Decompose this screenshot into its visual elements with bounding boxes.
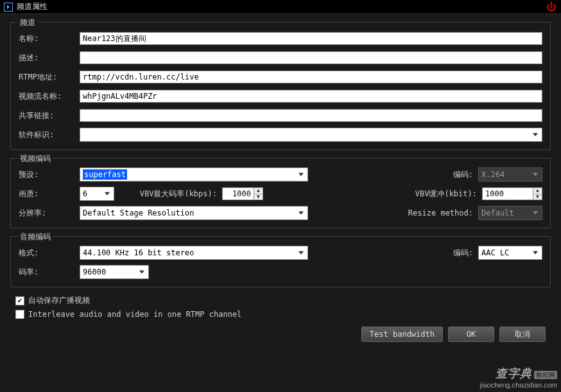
select-codec-a[interactable]: AAC LC xyxy=(478,246,542,260)
label-rtmp: RTMP地址: xyxy=(19,72,80,83)
label-desc: 描述: xyxy=(19,53,80,64)
select-software[interactable] xyxy=(80,128,542,142)
select-preset[interactable]: superfast xyxy=(80,167,308,182)
label-quality: 画质: xyxy=(19,189,80,200)
legend-audio: 音频编码 xyxy=(17,232,53,243)
fieldset-video: 视频编码 预设: superfast 编码: X.264 画质: 6 VBV最大… xyxy=(10,158,551,228)
input-desc[interactable] xyxy=(80,51,542,64)
label-software: 软件标识: xyxy=(19,130,80,141)
label-format: 格式: xyxy=(19,248,80,259)
checkbox-autosave-label: 自动保存广播视频 xyxy=(28,295,90,306)
input-vbv-buffer[interactable] xyxy=(482,187,533,200)
select-bitrate[interactable]: 96000 xyxy=(80,265,149,279)
label-vbv-buffer: VBV缓冲(kbit): xyxy=(379,189,482,200)
checkbox-interleave-label: Interleave audio and video in one RTMP c… xyxy=(28,310,241,319)
spin-down-icon[interactable]: ▼ xyxy=(254,194,263,200)
label-bitrate: 码率: xyxy=(19,267,80,278)
vbv-buffer-stepper[interactable]: ▲▼ xyxy=(482,187,542,200)
label-codec-a: 编码: xyxy=(401,248,478,259)
input-stream[interactable] xyxy=(80,90,542,103)
fieldset-channel: 频道 名称: 描述: RTMP地址: 视频流名称: 共享链接: 软件标识: xyxy=(10,22,551,150)
checkbox-interleave-row: Interleave audio and video in one RTMP c… xyxy=(15,310,546,319)
input-name[interactable] xyxy=(80,32,542,45)
label-name: 名称: xyxy=(19,33,80,44)
legend-video: 视频编码 xyxy=(17,153,53,164)
label-resolution: 分辨率: xyxy=(19,208,80,219)
input-rtmp[interactable] xyxy=(80,71,542,83)
close-icon[interactable]: ⏻ xyxy=(546,1,557,13)
ok-button[interactable]: OK xyxy=(448,327,494,342)
watermark: 查字典 教程网 jiaocheng.chazidian.com xyxy=(480,367,557,389)
test-bandwidth-button[interactable]: Test bandwidth xyxy=(361,327,443,342)
fieldset-audio: 音频编码 格式: 44.100 KHz 16 bit stereo 编码: AA… xyxy=(10,236,551,287)
legend-channel: 频道 xyxy=(17,17,38,28)
label-codec-v: 编码: xyxy=(401,169,478,180)
checkbox-autosave-row: 自动保存广播视频 xyxy=(15,295,546,306)
button-bar: Test bandwidth OK 取消 xyxy=(10,323,551,345)
label-resize: Resize method: xyxy=(388,209,478,217)
input-share[interactable] xyxy=(80,109,542,122)
app-icon xyxy=(4,3,13,12)
checkbox-autosave[interactable] xyxy=(15,296,24,305)
vbv-max-stepper[interactable]: ▲▼ xyxy=(222,187,263,200)
select-codec-v[interactable]: X.264 xyxy=(478,167,542,182)
label-share: 共享链接: xyxy=(19,110,80,121)
cancel-button[interactable]: 取消 xyxy=(499,327,546,342)
checkbox-interleave[interactable] xyxy=(15,310,24,319)
input-vbv-max[interactable] xyxy=(222,187,254,200)
titlebar: 频道属性 ⏻ xyxy=(0,0,561,14)
window-title: 频道属性 xyxy=(17,1,47,12)
select-resize[interactable]: Default xyxy=(478,206,542,220)
label-stream: 视频流名称: xyxy=(19,91,80,102)
select-format[interactable]: 44.100 KHz 16 bit stereo xyxy=(80,246,308,260)
spin-down-icon[interactable]: ▼ xyxy=(533,194,542,200)
select-quality[interactable]: 6 xyxy=(80,187,114,201)
select-resolution[interactable]: Default Stage Resolution xyxy=(80,206,308,220)
label-preset: 预设: xyxy=(19,169,80,180)
label-vbv-max: VBV最大码率(kbps): xyxy=(114,189,222,200)
